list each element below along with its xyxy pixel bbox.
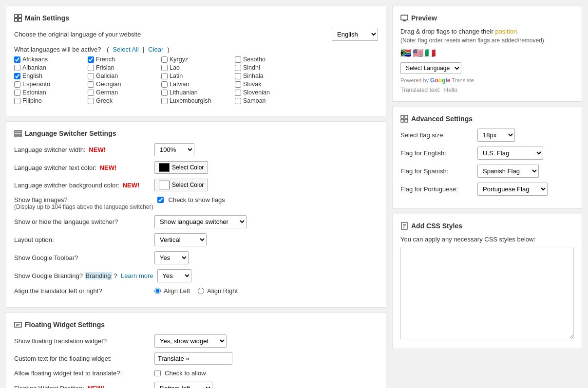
width-select[interactable]: 100%90%80% [154, 143, 194, 156]
lang-sindhi[interactable]: Sindhi [235, 64, 304, 71]
lang-samoan[interactable]: Samoan [235, 97, 304, 104]
translated-text-row: Translated text: Hello [400, 87, 574, 93]
lang-afrikaans[interactable]: Afrikaans [14, 56, 84, 63]
toolbar-label: Show Google Toolbar? [14, 254, 151, 261]
main-settings-icon [14, 14, 22, 22]
select-all-link[interactable]: Select All [113, 46, 138, 53]
svg-rect-4 [15, 130, 21, 132]
floating-settings-title: Floating Widget Settings [14, 321, 378, 329]
text-color-label: Language switcher text color: NEW! [14, 164, 151, 171]
main-settings-title: Main Settings [14, 14, 378, 22]
layout-select[interactable]: Vertical Horizontal [154, 233, 207, 246]
svg-rect-13 [401, 115, 404, 118]
custom-text-input[interactable] [154, 352, 232, 365]
lang-estonian[interactable]: Estonian [14, 89, 84, 96]
flag-english-row: Flag for English: U.S. Flag UK Flag Aust… [400, 147, 574, 160]
position-label: Floating Widget Position: NEW! [14, 385, 151, 388]
lang-lao[interactable]: Lao [161, 64, 231, 71]
select-language-dropdown[interactable]: Select Language [400, 62, 461, 74]
flag-portuguese-select[interactable]: Portuguese Flag Brazilian Flag [477, 183, 548, 196]
text-color-row: Language switcher text color: NEW! Selec… [14, 161, 378, 174]
custom-text-row: Custom text for the floating widget: [14, 352, 378, 365]
lang-sesotho[interactable]: Sesotho [235, 56, 304, 63]
branding-select[interactable]: Yes No [157, 269, 191, 282]
lang-german[interactable]: German [88, 89, 157, 96]
svg-rect-5 [15, 133, 21, 134]
lang-latvian[interactable]: Latvian [161, 81, 231, 88]
lang-frisian[interactable]: Frisian [88, 64, 157, 71]
lang-luxembourgish[interactable]: Luxembourgish [161, 97, 231, 104]
svg-rect-7 [15, 322, 21, 327]
width-row: Language switcher width: NEW! 100%90%80% [14, 143, 378, 156]
allow-translate-check[interactable]: Check to allow [154, 370, 206, 377]
svg-rect-3 [19, 18, 21, 21]
advanced-icon [400, 115, 408, 123]
original-lang-label: Choose the original language of your web… [14, 31, 328, 38]
toolbar-row: Show Google Toolbar? Yes No [14, 251, 378, 264]
lang-latin[interactable]: Latin [161, 73, 231, 79]
lang-slovak[interactable]: Slovak [235, 81, 304, 88]
lang-galician[interactable]: Galician [88, 73, 157, 79]
toolbar-select[interactable]: Yes No [154, 251, 189, 264]
lang-lithuanian[interactable]: Lithuanian [161, 89, 231, 96]
flag-size-label: Select flag size: [400, 131, 474, 139]
flag-english-select[interactable]: U.S. Flag UK Flag Australian Flag [477, 147, 543, 160]
text-color-button[interactable]: Select Color [154, 161, 208, 174]
svg-rect-1 [19, 15, 21, 18]
powered-by-row: Powered by Google Translate [400, 77, 574, 84]
lang-kyrgyz[interactable]: Kyrgyz [161, 56, 231, 63]
branding-label: Show Google Branding? Branding ? Learn m… [14, 272, 153, 279]
lang-albanian[interactable]: Albanian [14, 64, 84, 71]
bg-color-row: Language switcher background color: NEW!… [14, 179, 378, 191]
switcher-icon [14, 129, 22, 137]
active-langs-row: What languages will be active? ( Select … [14, 46, 378, 53]
align-right-radio[interactable]: Align Right [198, 287, 238, 295]
lang-georgian[interactable]: Georgian [88, 81, 157, 88]
show-hide-label: Show or hide the langauge switcher? [14, 218, 151, 225]
svg-rect-10 [401, 15, 408, 20]
bg-color-button[interactable]: Select Color [154, 179, 208, 191]
svg-rect-14 [405, 115, 408, 118]
flag-size-select[interactable]: 16px 18px 20px 24px [477, 129, 515, 142]
preview-icon [400, 14, 408, 22]
show-hide-row: Show or hide the langauge switcher? Show… [14, 215, 378, 228]
lang-esperanto[interactable]: Esperanto [14, 81, 84, 88]
show-widget-select[interactable]: Yes, show widget No, hide widget [154, 334, 227, 348]
lang-french[interactable]: French [88, 56, 157, 63]
switcher-settings-title: Language Switcher Settings [14, 129, 378, 137]
learn-more-link[interactable]: Learn more [121, 272, 153, 279]
svg-rect-6 [15, 135, 21, 137]
css-description: You can apply any necessary CSS styles b… [400, 236, 574, 243]
flag-spanish-select[interactable]: Spanish Flag Mexican Flag [477, 165, 539, 178]
text-color-swatch [159, 163, 170, 172]
css-textarea[interactable] [400, 247, 574, 339]
preview-card: Preview Drag & drop flags to change thei… [392, 6, 582, 102]
floating-icon [14, 321, 22, 329]
select-lang-widget[interactable]: Select Language [400, 62, 574, 74]
branding-row: Show Google Branding? Branding ? Learn m… [14, 269, 378, 282]
switcher-settings-card: Language Switcher Settings Language swit… [6, 121, 386, 308]
flag-portuguese-label: Flag for Portuguese: [400, 185, 474, 193]
show-flags-check[interactable]: Check to show flags [157, 196, 225, 203]
lang-col-1: French Frisian Galician Georgian German … [88, 56, 157, 104]
position-select[interactable]: Bottom left Bottom right Top left Top ri… [154, 382, 212, 388]
show-hide-select[interactable]: Show language switcher Hide language swi… [154, 215, 247, 228]
lang-sinhala[interactable]: Sinhala [235, 73, 304, 79]
css-icon [400, 222, 408, 230]
align-left-radio[interactable]: Align Left [154, 287, 190, 295]
width-label: Language switcher width: NEW! [14, 146, 151, 153]
clear-link[interactable]: Clear [148, 46, 163, 53]
flag-2: 🇺🇸 [413, 48, 423, 58]
lang-col-4 [308, 56, 378, 104]
lang-col-0: Afrikaans Albanian English Esperanto Est… [14, 56, 84, 104]
active-langs-label: What languages will be active? [14, 46, 101, 53]
lang-english[interactable]: English [14, 73, 84, 79]
original-lang-select[interactable]: English Spanish French [332, 28, 378, 41]
show-widget-label: Show floating translation widget? [14, 337, 151, 345]
flag-size-row: Select flag size: 16px 18px 20px 24px [400, 129, 574, 142]
layout-row: Layout option: Vertical Horizontal [14, 233, 378, 246]
language-grid: Afrikaans Albanian English Esperanto Est… [14, 56, 378, 104]
lang-greek[interactable]: Greek [88, 97, 157, 104]
lang-filipino[interactable]: Filipino [14, 97, 84, 104]
lang-slovenian[interactable]: Slovenian [235, 89, 304, 96]
